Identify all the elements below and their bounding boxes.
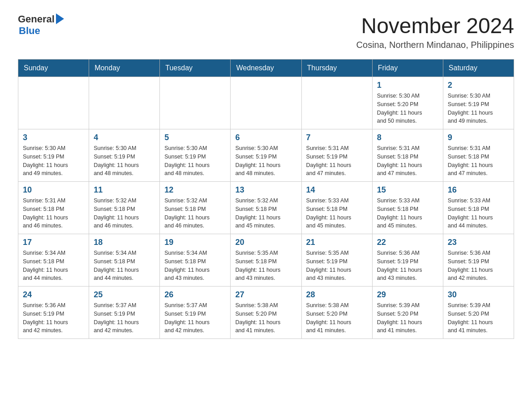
calendar-cell: 17Sunrise: 5:34 AMSunset: 5:18 PMDayligh… [18, 234, 89, 287]
calendar-cell: 23Sunrise: 5:36 AMSunset: 5:19 PMDayligh… [443, 234, 514, 287]
day-info: Sunrise: 5:31 AMSunset: 5:18 PMDaylight:… [448, 144, 509, 178]
day-number: 9 [448, 133, 509, 142]
column-header-saturday: Saturday [443, 60, 514, 77]
calendar-table: SundayMondayTuesdayWednesdayThursdayFrid… [18, 59, 514, 339]
day-info: Sunrise: 5:35 AMSunset: 5:19 PMDaylight:… [306, 249, 368, 283]
week-row-5: 24Sunrise: 5:36 AMSunset: 5:19 PMDayligh… [18, 287, 514, 339]
day-number: 25 [94, 290, 155, 300]
calendar-cell: 2Sunrise: 5:30 AMSunset: 5:19 PMDaylight… [443, 77, 514, 129]
day-number: 13 [235, 185, 296, 195]
calendar-cell: 25Sunrise: 5:37 AMSunset: 5:19 PMDayligh… [89, 287, 160, 339]
day-info: Sunrise: 5:30 AMSunset: 5:19 PMDaylight:… [164, 144, 226, 178]
day-number: 2 [448, 81, 509, 90]
day-info: Sunrise: 5:37 AMSunset: 5:19 PMDaylight:… [94, 301, 155, 335]
day-number: 6 [235, 133, 296, 142]
column-header-tuesday: Tuesday [160, 60, 231, 77]
day-info: Sunrise: 5:32 AMSunset: 5:18 PMDaylight:… [94, 197, 155, 230]
week-row-1: 1Sunrise: 5:30 AMSunset: 5:20 PMDaylight… [18, 77, 514, 129]
day-info: Sunrise: 5:33 AMSunset: 5:18 PMDaylight:… [448, 197, 509, 230]
calendar-cell: 11Sunrise: 5:32 AMSunset: 5:18 PMDayligh… [89, 182, 160, 234]
day-info: Sunrise: 5:30 AMSunset: 5:19 PMDaylight:… [94, 144, 155, 178]
day-info: Sunrise: 5:30 AMSunset: 5:19 PMDaylight:… [23, 144, 84, 178]
calendar-cell [231, 77, 301, 129]
day-info: Sunrise: 5:30 AMSunset: 5:20 PMDaylight:… [377, 92, 438, 125]
day-info: Sunrise: 5:36 AMSunset: 5:19 PMDaylight:… [448, 249, 509, 283]
day-number: 26 [164, 290, 226, 300]
calendar-cell: 26Sunrise: 5:37 AMSunset: 5:19 PMDayligh… [160, 287, 231, 339]
calendar-cell: 24Sunrise: 5:36 AMSunset: 5:19 PMDayligh… [18, 287, 89, 339]
day-info: Sunrise: 5:31 AMSunset: 5:19 PMDaylight:… [306, 144, 368, 178]
logo: General Blue [18, 13, 64, 37]
calendar-cell: 3Sunrise: 5:30 AMSunset: 5:19 PMDaylight… [18, 129, 89, 182]
calendar-cell: 18Sunrise: 5:34 AMSunset: 5:18 PMDayligh… [89, 234, 160, 287]
day-info: Sunrise: 5:38 AMSunset: 5:20 PMDaylight:… [235, 301, 296, 335]
calendar-cell: 28Sunrise: 5:38 AMSunset: 5:20 PMDayligh… [301, 287, 372, 339]
day-number: 21 [306, 238, 368, 247]
day-number: 27 [235, 290, 296, 300]
day-info: Sunrise: 5:36 AMSunset: 5:19 PMDaylight:… [377, 249, 438, 283]
day-number: 20 [235, 238, 296, 247]
day-number: 4 [94, 133, 155, 142]
day-number: 18 [94, 238, 155, 247]
day-info: Sunrise: 5:34 AMSunset: 5:18 PMDaylight:… [164, 249, 226, 283]
day-number: 23 [448, 238, 509, 247]
calendar-cell: 29Sunrise: 5:39 AMSunset: 5:20 PMDayligh… [372, 287, 443, 339]
day-number: 29 [377, 290, 438, 300]
calendar-cell: 6Sunrise: 5:30 AMSunset: 5:19 PMDaylight… [231, 129, 301, 182]
calendar-cell [301, 77, 372, 129]
day-info: Sunrise: 5:33 AMSunset: 5:18 PMDaylight:… [377, 197, 438, 230]
day-info: Sunrise: 5:36 AMSunset: 5:19 PMDaylight:… [23, 301, 84, 335]
calendar-cell: 30Sunrise: 5:39 AMSunset: 5:20 PMDayligh… [443, 287, 514, 339]
day-number: 5 [164, 133, 226, 142]
calendar-cell: 13Sunrise: 5:32 AMSunset: 5:18 PMDayligh… [231, 182, 301, 234]
day-info: Sunrise: 5:34 AMSunset: 5:18 PMDaylight:… [23, 249, 84, 283]
day-info: Sunrise: 5:30 AMSunset: 5:19 PMDaylight:… [235, 144, 296, 178]
day-info: Sunrise: 5:30 AMSunset: 5:19 PMDaylight:… [448, 92, 509, 125]
day-number: 15 [377, 185, 438, 195]
day-info: Sunrise: 5:34 AMSunset: 5:18 PMDaylight:… [94, 249, 155, 283]
day-info: Sunrise: 5:39 AMSunset: 5:20 PMDaylight:… [377, 301, 438, 335]
calendar-cell [18, 77, 89, 129]
page-subtitle: Cosina, Northern Mindanao, Philippines [356, 40, 514, 50]
calendar-cell: 10Sunrise: 5:31 AMSunset: 5:18 PMDayligh… [18, 182, 89, 234]
day-info: Sunrise: 5:31 AMSunset: 5:18 PMDaylight:… [23, 197, 84, 230]
day-info: Sunrise: 5:35 AMSunset: 5:18 PMDaylight:… [235, 249, 296, 283]
day-info: Sunrise: 5:31 AMSunset: 5:18 PMDaylight:… [377, 144, 438, 178]
calendar-cell: 15Sunrise: 5:33 AMSunset: 5:18 PMDayligh… [372, 182, 443, 234]
day-number: 28 [306, 290, 368, 300]
calendar-cell: 16Sunrise: 5:33 AMSunset: 5:18 PMDayligh… [443, 182, 514, 234]
calendar-cell: 14Sunrise: 5:33 AMSunset: 5:18 PMDayligh… [301, 182, 372, 234]
week-row-2: 3Sunrise: 5:30 AMSunset: 5:19 PMDaylight… [18, 129, 514, 182]
title-section: November 2024 Cosina, Northern Mindanao,… [356, 13, 514, 50]
calendar-cell: 12Sunrise: 5:32 AMSunset: 5:18 PMDayligh… [160, 182, 231, 234]
column-header-friday: Friday [372, 60, 443, 77]
column-header-wednesday: Wednesday [231, 60, 301, 77]
calendar-cell: 5Sunrise: 5:30 AMSunset: 5:19 PMDaylight… [160, 129, 231, 182]
day-number: 1 [377, 81, 438, 90]
calendar-cell: 4Sunrise: 5:30 AMSunset: 5:19 PMDaylight… [89, 129, 160, 182]
logo-blue-text: Blue [19, 25, 40, 37]
day-number: 12 [164, 185, 226, 195]
calendar-cell [89, 77, 160, 129]
day-info: Sunrise: 5:33 AMSunset: 5:18 PMDaylight:… [306, 197, 368, 230]
day-number: 7 [306, 133, 368, 142]
calendar-cell: 7Sunrise: 5:31 AMSunset: 5:19 PMDaylight… [301, 129, 372, 182]
calendar-cell: 21Sunrise: 5:35 AMSunset: 5:19 PMDayligh… [301, 234, 372, 287]
day-info: Sunrise: 5:38 AMSunset: 5:20 PMDaylight:… [306, 301, 368, 335]
logo-arrow-icon [56, 13, 64, 24]
week-row-3: 10Sunrise: 5:31 AMSunset: 5:18 PMDayligh… [18, 182, 514, 234]
calendar-cell: 9Sunrise: 5:31 AMSunset: 5:18 PMDaylight… [443, 129, 514, 182]
calendar-cell: 27Sunrise: 5:38 AMSunset: 5:20 PMDayligh… [231, 287, 301, 339]
calendar-cell [160, 77, 231, 129]
calendar-cell: 22Sunrise: 5:36 AMSunset: 5:19 PMDayligh… [372, 234, 443, 287]
day-number: 17 [23, 238, 84, 247]
day-info: Sunrise: 5:32 AMSunset: 5:18 PMDaylight:… [235, 197, 296, 230]
calendar-cell: 8Sunrise: 5:31 AMSunset: 5:18 PMDaylight… [372, 129, 443, 182]
day-number: 8 [377, 133, 438, 142]
day-number: 14 [306, 185, 368, 195]
page-title: November 2024 [356, 13, 514, 38]
day-info: Sunrise: 5:32 AMSunset: 5:18 PMDaylight:… [164, 197, 226, 230]
week-row-4: 17Sunrise: 5:34 AMSunset: 5:18 PMDayligh… [18, 234, 514, 287]
calendar-cell: 19Sunrise: 5:34 AMSunset: 5:18 PMDayligh… [160, 234, 231, 287]
calendar-header-row: SundayMondayTuesdayWednesdayThursdayFrid… [18, 60, 514, 77]
